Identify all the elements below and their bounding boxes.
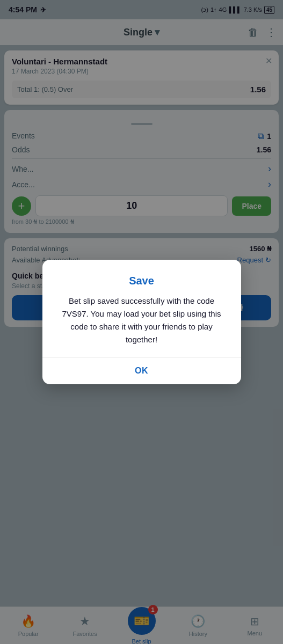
- modal-body: Save Bet slip saved successfully with th…: [42, 260, 241, 357]
- modal-overlay: Save Bet slip saved successfully with th…: [0, 0, 283, 644]
- modal-title: Save: [57, 275, 226, 287]
- modal-ok-button[interactable]: OK: [42, 357, 241, 384]
- modal-text: Bet slip saved successfully with the cod…: [57, 295, 226, 346]
- save-modal: Save Bet slip saved successfully with th…: [42, 260, 241, 384]
